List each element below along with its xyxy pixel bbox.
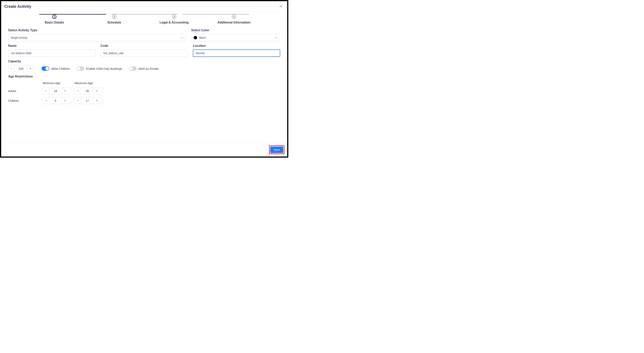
step-number: 3 <box>172 15 176 19</box>
capacity-increment[interactable]: + <box>27 65 34 72</box>
toggle-switch <box>42 66 49 71</box>
code-label: Code <box>100 44 188 48</box>
form-body: Select Activity Type Single Activity Sel… <box>1 28 287 143</box>
step-number: 2 <box>112 15 116 19</box>
toggle-switch <box>76 66 84 71</box>
adults-max-age-value[interactable]: 55 <box>81 88 94 94</box>
create-activity-modal: Create Activity 1 Basic Details 2 Schedu… <box>0 0 288 158</box>
step-legal-accounting[interactable]: 3 Legal & Accounting <box>144 15 204 24</box>
step-number: 1 <box>52 15 56 19</box>
mark-private-toggle[interactable]: Mark as Private <box>129 66 159 71</box>
decrement-button[interactable]: − <box>75 88 81 94</box>
capacity-value[interactable]: 100 <box>14 65 27 72</box>
close-button[interactable] <box>279 4 283 9</box>
allow-children-toggle[interactable]: Allow Children <box>42 66 70 71</box>
next-button-highlight: Next <box>269 145 284 154</box>
adults-min-age-stepper: − 18 + <box>43 87 71 94</box>
mark-private-label: Mark as Private <box>138 67 159 70</box>
next-button[interactable]: Next <box>270 147 283 153</box>
name-input-wrap <box>8 50 96 57</box>
chevron-down-icon <box>275 36 278 40</box>
step-schedule[interactable]: 2 Schedule <box>84 15 144 24</box>
location-label: Location <box>193 44 280 48</box>
allow-children-label: Allow Children <box>51 67 70 70</box>
chevron-down-icon <box>181 36 184 40</box>
step-label: Additional Information <box>217 21 250 24</box>
capacity-label: Capacity <box>8 60 34 63</box>
enable-child-only-label: Enable Child Only Bookings <box>86 67 122 70</box>
adults-max-age-stepper: − 55 + <box>74 87 103 94</box>
close-icon <box>280 5 282 8</box>
activity-type-select[interactable]: Single Activity <box>8 34 186 41</box>
decrement-button[interactable]: − <box>75 97 81 104</box>
step-connector <box>39 14 106 15</box>
progress-stepper: 1 Basic Details 2 Schedule 3 Legal & Acc… <box>1 12 287 28</box>
color-swatch <box>194 36 197 40</box>
enable-child-only-toggle[interactable]: Enable Child Only Bookings <box>76 66 122 71</box>
name-input[interactable] <box>11 52 93 55</box>
step-connector <box>111 14 178 14</box>
modal-header: Create Activity <box>1 1 287 12</box>
step-label: Schedule <box>107 21 121 24</box>
code-input-wrap <box>100 50 188 57</box>
increment-button[interactable]: + <box>94 97 100 104</box>
name-label: Name <box>8 44 96 48</box>
children-max-age-value[interactable]: 17 <box>81 97 94 104</box>
step-basic-details[interactable]: 1 Basic Details <box>24 15 84 24</box>
age-restrictions-label: Age Restrictions <box>8 75 280 78</box>
activity-type-value: Single Activity <box>11 36 27 39</box>
children-max-age-stepper: − 17 + <box>74 97 103 104</box>
location-value: Shimla <box>196 52 204 55</box>
adults-row-label: Adults <box>8 89 39 93</box>
decrement-button[interactable]: − <box>43 88 49 94</box>
activity-type-label: Select Activity Type <box>8 29 186 32</box>
increment-button[interactable]: + <box>62 97 68 104</box>
capacity-stepper: − 100 + <box>8 65 34 72</box>
children-min-age-stepper: − 5 + <box>43 97 71 104</box>
decrement-button[interactable]: − <box>43 97 49 104</box>
modal-title: Create Activity <box>4 4 31 9</box>
color-value: Black <box>199 36 206 39</box>
step-number: 4 <box>232 15 236 19</box>
modal-footer: Next <box>1 143 287 157</box>
increment-button[interactable]: + <box>94 88 100 94</box>
location-input-wrap: Shimla <box>193 50 280 57</box>
step-label: Legal & Accounting <box>160 21 188 24</box>
children-min-age-value[interactable]: 5 <box>49 97 62 104</box>
step-additional-information[interactable]: 4 Additional Information <box>204 15 264 24</box>
children-row-label: Children <box>8 99 39 102</box>
increment-button[interactable]: + <box>62 88 68 94</box>
code-input[interactable] <box>103 52 185 55</box>
location-input[interactable]: Shimla <box>196 52 204 55</box>
step-connector <box>182 14 249 14</box>
adults-min-age-value[interactable]: 18 <box>49 88 62 94</box>
color-label: Select Color <box>191 29 280 32</box>
max-age-col-label: Maximum Age <box>74 81 103 85</box>
capacity-decrement[interactable]: − <box>8 65 14 72</box>
text-caret <box>204 52 204 55</box>
min-age-col-label: Minimum Age <box>43 81 71 85</box>
color-select[interactable]: Black <box>191 34 280 41</box>
toggle-switch <box>129 66 136 71</box>
step-label: Basic Details <box>45 21 64 24</box>
